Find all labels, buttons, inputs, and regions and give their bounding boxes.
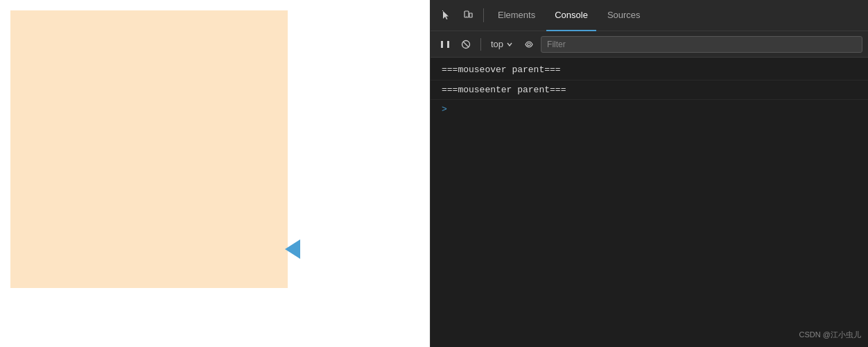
devtools-tabs-toolbar: Elements Console Sources <box>431 0 868 31</box>
svg-rect-2 <box>469 13 472 17</box>
tab-sources[interactable]: Sources <box>599 0 649 31</box>
tab-console[interactable]: Console <box>546 0 596 31</box>
svg-point-3 <box>466 16 467 17</box>
console-toolbar: top <box>431 31 868 58</box>
svg-rect-0 <box>442 10 443 11</box>
svg-rect-5 <box>447 41 449 48</box>
clear-console-icon[interactable] <box>457 35 475 53</box>
svg-rect-4 <box>441 41 443 48</box>
filter-input[interactable] <box>541 36 862 53</box>
console-divider-1 <box>480 38 481 51</box>
tab-elements[interactable]: Elements <box>489 0 544 31</box>
arrow-indicator <box>285 239 300 262</box>
svg-line-7 <box>463 42 469 47</box>
chevron-down-icon <box>506 41 513 48</box>
console-output: ===mouseover parent=== ===mouseenter par… <box>431 58 868 347</box>
demo-box <box>10 10 288 288</box>
device-toggle-icon[interactable] <box>458 6 478 25</box>
devtools-panel: Elements Console Sources top <box>430 0 868 347</box>
toolbar-divider-1 <box>483 8 484 22</box>
cursor-icon[interactable] <box>436 6 455 25</box>
browser-viewport <box>0 0 430 347</box>
svg-point-8 <box>528 43 530 46</box>
pause-icon[interactable] <box>436 35 454 53</box>
console-prompt[interactable]: > <box>431 100 868 119</box>
context-selector[interactable]: top <box>487 37 517 51</box>
watermark: CSDN @江小虫儿 <box>799 330 861 340</box>
console-line-2: ===mouseenter parent=== <box>431 81 868 101</box>
eye-icon[interactable] <box>520 35 538 53</box>
console-line-1: ===mouseover parent=== <box>431 60 868 81</box>
